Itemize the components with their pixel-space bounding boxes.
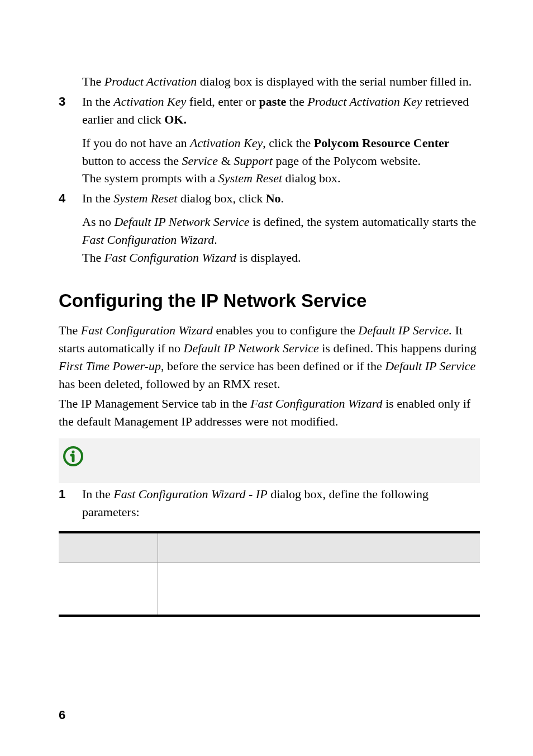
text: button to access the <box>82 154 182 168</box>
text-italic: Product Activation Key <box>307 94 422 108</box>
text: is displayed. <box>236 251 301 264</box>
text-italic: Default IP Network Service <box>184 341 319 355</box>
section-para1: The Fast Configuration Wizard enables yo… <box>59 322 480 393</box>
text: is defined, the system automatically sta… <box>250 215 477 229</box>
text: In the <box>82 94 113 108</box>
step-number: 4 <box>59 190 82 267</box>
text: dialog box is displayed with the serial … <box>197 74 472 88</box>
document-page: The Product Activation dialog box is dis… <box>0 0 533 756</box>
text: The <box>82 251 104 264</box>
text-italic: Default IP Network Service <box>114 215 249 229</box>
text-bold: Polycom Resource Center <box>314 136 450 150</box>
svg-point-1 <box>72 451 74 453</box>
text-italic: Fast Configuration Wizard <box>81 323 213 337</box>
text-italic: Default IP Service. <box>358 323 452 337</box>
text-italic: System Reset <box>218 171 282 185</box>
text: The system prompts with a <box>82 171 218 185</box>
text-italic: Fast Configuration Wizard <box>113 487 245 501</box>
intro-block: The Product Activation dialog box is dis… <box>59 73 480 91</box>
text-italic: IP <box>256 487 268 501</box>
section-para2: The IP Management Service tab in the Fas… <box>59 395 480 431</box>
text: In the <box>82 191 113 205</box>
text-italic: Support <box>234 154 273 168</box>
page-number: 6 <box>59 708 65 722</box>
text-bold: OK. <box>164 112 187 126</box>
text: . <box>214 233 217 247</box>
step4-line2: As no Default IP Network Service is defi… <box>82 213 480 267</box>
table-header-row <box>59 532 480 563</box>
text-italic: Default IP Service <box>385 359 475 373</box>
info-icon <box>63 446 83 466</box>
intro-body: The Product Activation dialog box is dis… <box>82 73 480 91</box>
table-header-cell <box>59 532 158 563</box>
text-bold: No <box>266 191 281 205</box>
text: The <box>59 323 81 337</box>
table-cell <box>59 563 158 616</box>
table-row <box>59 563 480 616</box>
step-number: 1 <box>59 485 82 521</box>
text-italic: Fast Configuration Wizard <box>104 251 236 264</box>
text: has been deleted, followed by an RMX res… <box>59 377 280 391</box>
step-1: 1 In the Fast Configuration Wizard - IP … <box>59 485 480 521</box>
step-body: In the Fast Configuration Wizard - IP di… <box>82 485 480 521</box>
text-italic: Product Activation <box>104 74 197 88</box>
text: The <box>82 74 104 88</box>
text-italic: System Reset <box>113 191 177 205</box>
text-italic: Fast Configuration Wizard <box>82 233 214 247</box>
text: The IP Management Service tab in the <box>59 396 250 410</box>
text: , before the service has been defined or… <box>161 359 385 373</box>
text: dialog box, click <box>177 191 265 205</box>
step-number: 3 <box>59 93 82 187</box>
text-italic: Service <box>182 154 218 168</box>
text: dialog box. <box>282 171 341 185</box>
text: enables you to configure the <box>213 323 358 337</box>
text: field, enter or <box>186 94 259 108</box>
intro-spacer <box>59 73 82 91</box>
text: In the <box>82 487 113 501</box>
step-4: 4 In the System Reset dialog box, click … <box>59 190 480 267</box>
text: page of the Polycom website. <box>273 154 421 168</box>
step-body: In the System Reset dialog box, click No… <box>82 190 480 267</box>
text: is defined. This happens during <box>319 341 477 355</box>
step4-line1: In the System Reset dialog box, click No… <box>82 190 480 207</box>
text: As no <box>82 215 114 229</box>
text: - <box>246 487 256 501</box>
info-note-row <box>59 438 480 483</box>
table-cell <box>158 563 480 616</box>
text-italic: Fast Configuration Wizard <box>250 396 382 410</box>
step-3: 3 In the Activation Key field, enter or … <box>59 93 480 187</box>
text-bold: paste <box>259 94 286 108</box>
parameters-table <box>59 531 480 617</box>
text-italic: Activation Key <box>190 136 263 150</box>
step3-line1: In the Activation Key field, enter or pa… <box>82 93 480 129</box>
step3-line2: If you do not have an Activation Key, cl… <box>82 134 480 188</box>
intro-paragraph: The Product Activation dialog box is dis… <box>82 73 480 91</box>
text-italic: First Time Power-up <box>59 359 161 373</box>
text: If you do not have an <box>82 136 190 150</box>
text: , click the <box>263 136 314 150</box>
text: & <box>218 154 234 168</box>
text-italic: Activation Key <box>113 94 186 108</box>
step-body: In the Activation Key field, enter or pa… <box>82 93 480 187</box>
section-heading: Configuring the IP Network Service <box>59 290 480 311</box>
step1-line1: In the Fast Configuration Wizard - IP di… <box>82 485 480 521</box>
table-header-cell <box>158 532 480 563</box>
text: the <box>286 94 307 108</box>
text: . <box>281 191 284 205</box>
